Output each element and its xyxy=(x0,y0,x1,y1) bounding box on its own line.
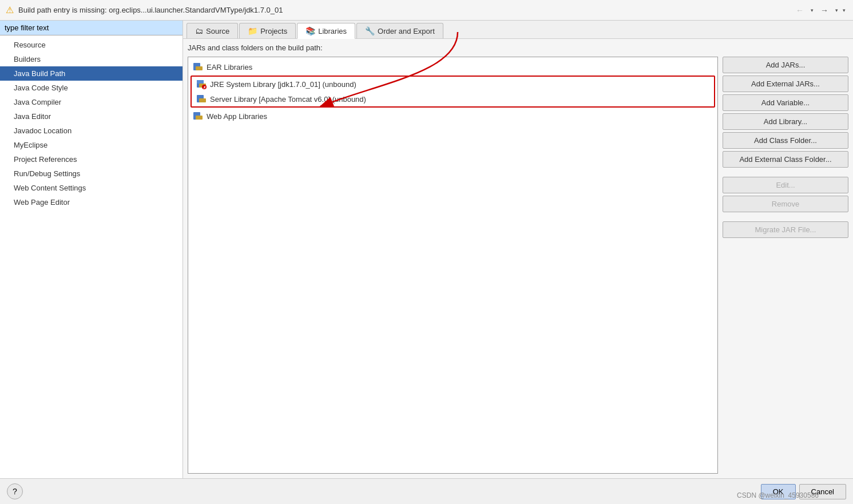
watermark: CSDN @weixin_45930586 xyxy=(737,491,819,499)
unbound-group: ✗ JRE System Library [jdk1.7.0_01] (unbo… xyxy=(191,76,715,108)
add-external-jars-button[interactable]: Add External JARs... xyxy=(723,76,848,92)
sidebar-item-project-references[interactable]: Project References xyxy=(0,152,182,166)
tabs-bar: 🗂Source📁Projects📚Libraries🔧Order and Exp… xyxy=(183,21,853,39)
libraries-list: EAR Libraries ✗ JRE System Library [jdk1… xyxy=(188,57,718,474)
sidebar-item-resource[interactable]: Resource xyxy=(0,38,182,52)
history-dropdown[interactable]: ▾ xyxy=(841,6,847,14)
svg-rect-10 xyxy=(196,116,203,120)
add-class-folder-button[interactable]: Add Class Folder... xyxy=(723,132,848,149)
library-label: Web App Libraries xyxy=(207,112,267,121)
tab-order-and-export[interactable]: 🔧Order and Export xyxy=(356,23,443,38)
library-icon xyxy=(193,111,203,121)
library-label: Server Library [Apache Tomcat v6.0] (unb… xyxy=(210,95,366,104)
libraries-icon: 📚 xyxy=(306,26,315,35)
back-dropdown[interactable]: ▾ xyxy=(809,6,815,14)
sidebar-item-run/debug-settings[interactable]: Run/Debug Settings xyxy=(0,166,182,181)
bottom-bar: ? OK Cancel xyxy=(0,478,853,504)
tab-label: Order and Export xyxy=(378,27,435,35)
tab-libraries[interactable]: 📚Libraries xyxy=(297,23,355,39)
svg-rect-8 xyxy=(199,98,206,102)
libraries-container: EAR Libraries ✗ JRE System Library [jdk1… xyxy=(188,57,848,474)
sidebar-item-javadoc-location[interactable]: Javadoc Location xyxy=(0,124,182,138)
filter-input[interactable] xyxy=(0,21,182,35)
forward-button[interactable]: → xyxy=(816,4,832,17)
migrate-jar-button[interactable]: Migrate JAR File... xyxy=(723,221,848,238)
svg-rect-3 xyxy=(197,80,204,84)
nav-buttons: ← ▾ → ▾ ▾ xyxy=(792,4,847,17)
main-content: ResourceBuildersJava Build PathJava Code… xyxy=(0,21,853,478)
help-button[interactable]: ? xyxy=(7,483,23,499)
sidebar-item-builders[interactable]: Builders xyxy=(0,52,182,66)
edit-button[interactable]: Edit... xyxy=(723,177,848,193)
library-label: EAR Libraries xyxy=(207,63,252,72)
warning-text: Build path entry is missing: org.eclips.… xyxy=(18,6,787,14)
tab-projects[interactable]: 📁Projects xyxy=(239,23,296,38)
library-icon xyxy=(193,62,203,72)
add-library-button[interactable]: Add Library... xyxy=(723,113,848,130)
sidebar-item-java-compiler[interactable]: Java Compiler xyxy=(0,95,182,109)
back-button[interactable]: ← xyxy=(792,4,808,17)
library-item-3[interactable]: Web App Libraries xyxy=(188,109,717,124)
sidebar-item-web-content-settings[interactable]: Web Content Settings xyxy=(0,181,182,195)
sidebar-item-myeclipse[interactable]: MyEclipse xyxy=(0,138,182,152)
library-item-2[interactable]: Server Library [Apache Tomcat v6.0] (unb… xyxy=(192,92,714,106)
order-and-export-icon: 🔧 xyxy=(365,26,375,35)
projects-icon: 📁 xyxy=(248,26,257,35)
sidebar: ResourceBuildersJava Build PathJava Code… xyxy=(0,21,183,478)
tab-label: Libraries xyxy=(318,27,347,35)
sidebar-item-java-code-style[interactable]: Java Code Style xyxy=(0,81,182,95)
remove-button[interactable]: Remove xyxy=(723,196,848,212)
add-external-class-folder-button[interactable]: Add External Class Folder... xyxy=(723,151,848,168)
buttons-panel: Add JARs... Add External JARs... Add Var… xyxy=(723,57,848,474)
tab-label: Projects xyxy=(260,27,287,35)
panel-body: JARs and class folders on the build path… xyxy=(183,39,853,478)
sidebar-item-web-page-editor[interactable]: Web Page Editor xyxy=(0,195,182,209)
library-icon xyxy=(196,94,207,104)
forward-dropdown[interactable]: ▾ xyxy=(834,6,840,14)
library-error-icon: ✗ xyxy=(196,79,207,89)
library-item-0[interactable]: EAR Libraries xyxy=(188,59,717,74)
warning-icon: ⚠ xyxy=(6,5,14,15)
library-item-1[interactable]: ✗ JRE System Library [jdk1.7.0_01] (unbo… xyxy=(192,77,714,92)
add-variable-button[interactable]: Add Variable... xyxy=(723,94,848,111)
library-label: JRE System Library [jdk1.7.0_01] (unboun… xyxy=(210,80,356,89)
svg-text:✗: ✗ xyxy=(203,86,206,89)
sidebar-list: ResourceBuildersJava Build PathJava Code… xyxy=(0,35,182,478)
add-jars-button[interactable]: Add JARs... xyxy=(723,57,848,73)
svg-rect-1 xyxy=(196,66,203,70)
panel-description: JARs and class folders on the build path… xyxy=(188,43,848,52)
right-panel: 🗂Source📁Projects📚Libraries🔧Order and Exp… xyxy=(183,21,853,478)
tab-source[interactable]: 🗂Source xyxy=(187,23,238,38)
warning-bar: ⚠ Build path entry is missing: org.eclip… xyxy=(0,0,853,21)
sidebar-item-java-editor[interactable]: Java Editor xyxy=(0,109,182,124)
tab-label: Source xyxy=(206,27,229,35)
sidebar-item-java-build-path[interactable]: Java Build Path xyxy=(0,66,182,81)
source-icon: 🗂 xyxy=(195,26,203,35)
